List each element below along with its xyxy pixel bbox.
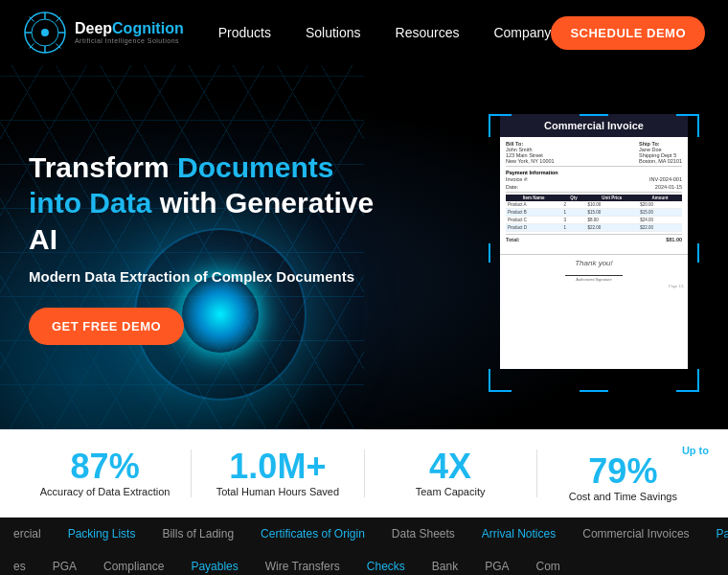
signature-label: Authorized Signature: [500, 277, 688, 282]
tags-row-1: ercial Packing Lists Bills of Lading Cer…: [0, 518, 728, 550]
tag-payables[interactable]: Payables: [177, 558, 251, 575]
tick-right: [697, 243, 699, 263]
nav-solutions[interactable]: Solutions: [306, 25, 361, 40]
stat-accuracy: 87% Accuracy of Data Extraction: [19, 449, 191, 497]
nav-products[interactable]: Products: [218, 25, 271, 40]
col-amount: Amount: [638, 195, 682, 201]
nav-links: Products Solutions Resources Company: [218, 25, 552, 40]
hero-title: Transform Documents into Data with Gener…: [29, 150, 383, 258]
invoice-thankyou: Thank you!: [500, 254, 688, 267]
payment-row1: Invoice #:INV-2024-001: [506, 176, 682, 182]
logo-text: DeepCognition Artificial Intelligence So…: [75, 20, 184, 44]
payment-row2: Date:2024-01-15: [506, 184, 682, 190]
tag-pga-2[interactable]: PGA: [471, 558, 522, 575]
stat-savings: Up to 79% Cost and Time Savings: [537, 445, 709, 502]
tag-bank[interactable]: Bank: [419, 558, 471, 575]
invoice-bill-to: Bill To: John Smith 123 Main Street New …: [506, 141, 555, 164]
ship-to-city: Boston, MA 02101: [639, 158, 682, 164]
tags-row-2: es PGA Compliance Payables Wire Transfer…: [0, 550, 728, 575]
invoice-ship-to: Ship To: Jane Doe Shipping Dept 5 Boston…: [639, 141, 682, 164]
tag-wire-transfers[interactable]: Wire Transfers: [252, 558, 353, 575]
invoice-body: Bill To: John Smith 123 Main Street New …: [500, 137, 688, 248]
tag-commercial-invoices[interactable]: Commercial Invoices: [569, 525, 702, 542]
bill-to-city: New York, NY 10001: [506, 158, 555, 164]
table-row: Product B1$15.00$15.00: [506, 209, 682, 217]
logo-icon: [23, 11, 67, 55]
tick-top: [580, 114, 608, 116]
stats-bar: 87% Accuracy of Data Extraction 1.0M+ To…: [0, 429, 728, 518]
invoice-border-frame: Commercial Invoice Bill To: John Smith 1…: [489, 114, 699, 392]
hero-title-part1: Transform: [29, 151, 177, 183]
total-row: Total:$81.00: [506, 237, 682, 242]
payment-section-title: Payment Information: [506, 170, 682, 175]
tag-data-sheets[interactable]: Data Sheets: [378, 525, 468, 542]
invoice-table: Item Name Qty Unit Price Amount Product …: [506, 195, 682, 232]
hero-section: Transform Documents into Data with Gener…: [0, 65, 728, 429]
stat-hours-number: 1.0M+: [192, 449, 363, 484]
tag-pga-1[interactable]: PGA: [39, 558, 90, 575]
tag-es[interactable]: es: [0, 558, 39, 575]
stat-hours-label: Total Human Hours Saved: [192, 486, 363, 497]
invoice-address-row: Bill To: John Smith 123 Main Street New …: [506, 141, 682, 164]
col-qty: Qty: [561, 195, 585, 201]
table-header-row: Item Name Qty Unit Price Amount: [506, 195, 682, 201]
stat-capacity-label: Team Capacity: [365, 486, 536, 497]
tag-com[interactable]: Com: [523, 558, 574, 575]
tag-certificates[interactable]: Certificates of Origin: [247, 525, 378, 542]
tick-bottom: [580, 390, 608, 392]
hero-content: Transform Documents into Data with Gener…: [0, 150, 412, 346]
table-row: Product C3$8.00$24.00: [506, 217, 682, 224]
get-demo-button[interactable]: GET FREE DEMO: [29, 308, 184, 345]
nav-company[interactable]: Company: [493, 25, 551, 40]
hero-subtitle: Modern Data Extraction of Complex Docume…: [29, 268, 383, 285]
svg-point-2: [41, 29, 49, 36]
invoice-preview: Commercial Invoice Bill To: John Smith 1…: [489, 103, 699, 392]
tick-left: [489, 243, 490, 263]
signature-line: [565, 275, 623, 276]
invoice-document: Commercial Invoice Bill To: John Smith 1…: [500, 114, 688, 369]
tag-ercial[interactable]: ercial: [0, 525, 55, 542]
navbar: DeepCognition Artificial Intelligence So…: [0, 0, 728, 65]
stat-accuracy-label: Accuracy of Data Extraction: [19, 486, 191, 497]
table-row: Product D1$22.00$22.00: [506, 224, 682, 232]
tag-packing-lists-2[interactable]: Packing Lists: [703, 525, 728, 542]
corner-tr: [676, 114, 699, 137]
tags-section: ercial Packing Lists Bills of Lading Cer…: [0, 518, 728, 575]
nav-resources[interactable]: Resources: [396, 25, 460, 40]
brand-sub: Artificial Intelligence Solutions: [75, 37, 184, 45]
table-row: Product A2$10.00$20.00: [506, 201, 682, 209]
col-price: Unit Price: [586, 195, 639, 201]
brand-cog: Cognition: [112, 20, 184, 36]
logo[interactable]: DeepCognition Artificial Intelligence So…: [23, 11, 184, 55]
stat-capacity: 4X Team Capacity: [365, 449, 536, 497]
stat-savings-number: 79%: [537, 454, 709, 489]
stat-accuracy-number: 87%: [19, 449, 191, 484]
tag-checks[interactable]: Checks: [353, 558, 419, 575]
corner-br: [676, 369, 699, 392]
invoice-header: Commercial Invoice: [500, 114, 688, 137]
stat-savings-label: Cost and Time Savings: [537, 491, 709, 502]
tag-bills-lading[interactable]: Bills of Lading: [148, 525, 247, 542]
corner-bl: [489, 369, 512, 392]
page-number: Page 1/1: [500, 284, 688, 288]
col-item: Item Name: [506, 195, 561, 201]
stat-capacity-number: 4X: [365, 449, 536, 484]
schedule-demo-button[interactable]: SCHEDULE DEMO: [551, 16, 705, 50]
brand-deep: Deep: [75, 20, 112, 36]
tag-arrival-notices[interactable]: Arrival Notices: [468, 525, 569, 542]
tag-packing-lists-1[interactable]: Packing Lists: [55, 525, 149, 542]
stat-hours: 1.0M+ Total Human Hours Saved: [192, 449, 363, 497]
corner-tl: [489, 114, 512, 137]
tag-compliance[interactable]: Compliance: [90, 558, 177, 575]
